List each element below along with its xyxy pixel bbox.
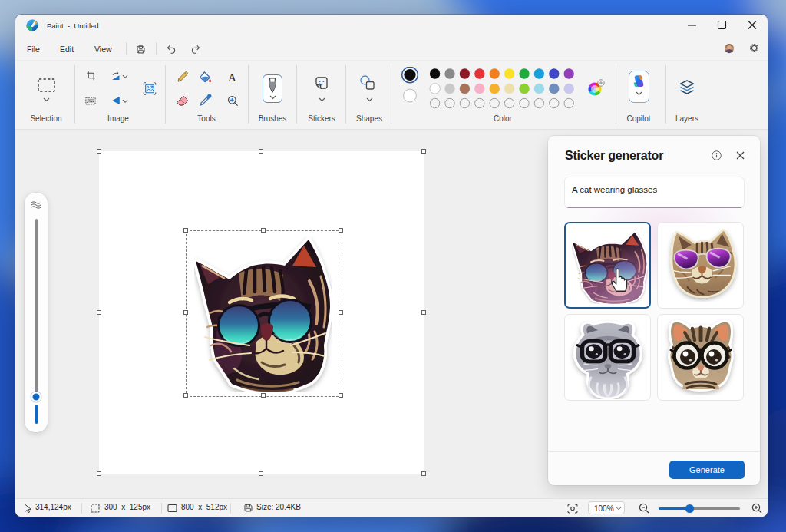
svg-text:A: A [228, 71, 236, 83]
